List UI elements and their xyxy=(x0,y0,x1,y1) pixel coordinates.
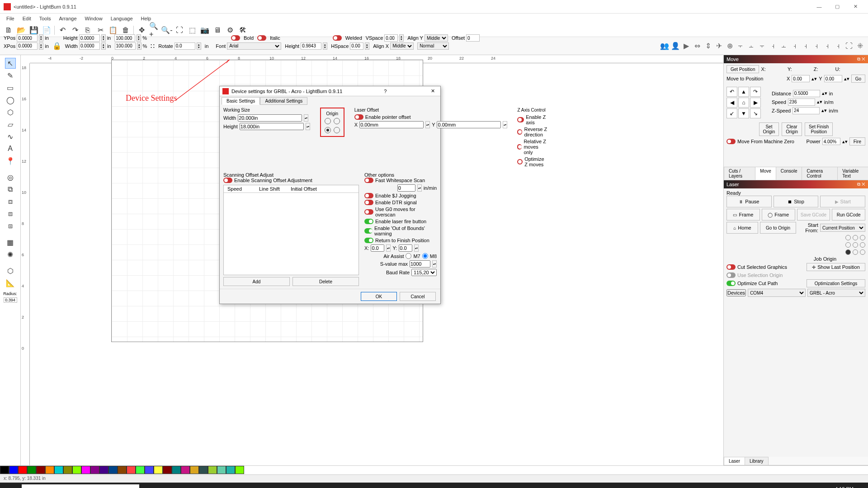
text-h-input[interactable] xyxy=(301,42,321,50)
rtf-toggle[interactable] xyxy=(364,238,373,243)
x0-input[interactable] xyxy=(371,244,384,252)
palette-swatch[interactable] xyxy=(18,466,27,474)
power-input[interactable] xyxy=(822,138,840,145)
ellipse-tool-icon[interactable]: ◯ xyxy=(5,94,16,105)
edge-icon[interactable]: e xyxy=(193,484,212,488)
palette-swatch[interactable] xyxy=(163,466,172,474)
chrome-icon[interactable]: 🌐 xyxy=(230,484,248,488)
menu-file[interactable]: File xyxy=(3,15,18,22)
tab-laser[interactable]: Laser xyxy=(724,457,745,465)
jog-sw-icon[interactable]: ↙ xyxy=(726,108,737,118)
zrev-toggle[interactable] xyxy=(517,129,522,135)
add-button[interactable]: Add xyxy=(223,277,290,286)
mfmz-toggle[interactable] xyxy=(726,139,736,144)
ungroup-icon[interactable]: 👤 xyxy=(671,42,680,51)
origin-bl-radio[interactable] xyxy=(325,127,331,133)
spin[interactable]: ▴▾ xyxy=(399,34,404,42)
paste-icon[interactable]: 📋 xyxy=(108,25,118,35)
baud-select[interactable]: 115,200 xyxy=(411,269,437,276)
bool-tool-icon[interactable]: ⧈ xyxy=(5,196,16,207)
delete-button[interactable]: Delete xyxy=(292,277,359,286)
app2-icon[interactable]: 💬 xyxy=(266,484,284,488)
outlook-icon[interactable]: ✉ xyxy=(175,484,193,488)
app-icon[interactable]: 🖼 xyxy=(248,484,266,488)
fw-input[interactable] xyxy=(397,184,415,192)
distv-icon[interactable]: ⫞ xyxy=(812,42,821,51)
tab-cuts[interactable]: Cuts / Layers xyxy=(724,167,755,180)
width-input[interactable] xyxy=(79,42,100,50)
disth-icon[interactable]: ⫞ xyxy=(801,42,810,51)
palette-swatch[interactable] xyxy=(145,466,154,474)
vspace-input[interactable] xyxy=(384,34,398,42)
jog-down-icon[interactable]: ▼ xyxy=(738,108,749,118)
og[interactable] xyxy=(853,249,858,255)
palette-swatch[interactable] xyxy=(36,466,45,474)
cut-icon[interactable]: ✂ xyxy=(95,25,105,35)
panel-float-icon[interactable]: ⧉ ✕ xyxy=(857,182,865,187)
group-icon[interactable]: 👥 xyxy=(660,42,669,51)
laser-icon[interactable]: ⁜ xyxy=(855,42,864,51)
og[interactable] xyxy=(845,242,851,248)
fire-button[interactable]: Fire xyxy=(849,137,865,145)
rect-tool-icon[interactable]: ▭ xyxy=(5,82,16,93)
frame-button[interactable]: ▭ Frame xyxy=(726,209,760,221)
og[interactable] xyxy=(853,235,858,240)
pan-icon[interactable]: ✥ xyxy=(137,25,146,35)
font-select[interactable]: Arial xyxy=(227,42,281,50)
polygon-tool-icon[interactable]: ⬡ xyxy=(5,107,16,117)
rungcode-button[interactable]: Run GCode xyxy=(832,209,865,221)
alignt-icon[interactable]: ⫞ xyxy=(769,42,778,51)
jog-home-icon[interactable]: ⌂ xyxy=(738,98,749,108)
menu-arrange[interactable]: Arrange xyxy=(55,15,80,22)
panel-float-icon[interactable]: ⧉ ✕ xyxy=(857,56,865,62)
alignl-icon[interactable]: ⫟ xyxy=(736,42,745,51)
showlast-button[interactable]: ✛ Show Last Position xyxy=(807,263,865,271)
device-settings-icon[interactable]: 🛠 xyxy=(238,25,248,35)
palette-swatch[interactable] xyxy=(181,466,190,474)
undo-icon[interactable]: ↶ xyxy=(57,25,67,35)
italic-toggle[interactable] xyxy=(257,35,266,41)
oob-toggle[interactable] xyxy=(364,228,373,234)
device-select[interactable]: GRBL - Acro xyxy=(807,289,865,297)
set-origin-button[interactable]: Set Origin xyxy=(759,122,779,136)
spin[interactable]: ▴▾ xyxy=(304,114,308,122)
zoomfit-icon[interactable]: ⛶ xyxy=(175,25,184,35)
dialog-header[interactable]: Device settings for GRBL - Acro - LightB… xyxy=(220,86,440,96)
xpos-input[interactable] xyxy=(17,42,38,50)
spin[interactable]: ▴▾ xyxy=(137,42,142,50)
w-input[interactable] xyxy=(238,114,302,122)
get-position-button[interactable]: Get Position xyxy=(726,65,759,73)
dialog-help-icon[interactable]: ? xyxy=(381,89,389,94)
palette-swatch[interactable] xyxy=(217,466,226,474)
search-input[interactable]: 🔍 Type here to search xyxy=(22,484,139,488)
edit-node-icon[interactable]: ⬡ xyxy=(5,265,16,276)
startfrom-select[interactable]: Current Position xyxy=(820,224,865,232)
palette-swatch[interactable] xyxy=(235,466,244,474)
lx-input[interactable] xyxy=(359,121,424,128)
offset-tool-icon[interactable]: ◎ xyxy=(5,172,16,183)
dtr-toggle[interactable] xyxy=(364,200,373,205)
spin[interactable]: ▴▾ xyxy=(817,99,822,105)
spin[interactable]: ▴▾ xyxy=(306,123,310,130)
spin[interactable]: ▴▾ xyxy=(842,139,848,145)
move-y-input[interactable] xyxy=(824,75,842,82)
h-input[interactable] xyxy=(240,123,304,130)
palette-swatch[interactable] xyxy=(118,466,127,474)
palette-swatch[interactable] xyxy=(72,466,81,474)
line-tool-icon[interactable]: ▱ xyxy=(5,119,16,130)
stop-button[interactable]: ⏹ Stop xyxy=(774,196,819,207)
jog-right-icon[interactable]: ▶ xyxy=(750,98,761,108)
copy-icon[interactable]: ⎘ xyxy=(83,25,93,35)
port-select[interactable]: COM4 xyxy=(748,289,806,297)
spin[interactable]: ▴▾ xyxy=(39,34,43,42)
same-w-icon[interactable]: ⫞ xyxy=(823,42,832,51)
alignx-select[interactable]: Middle xyxy=(390,42,414,50)
radius-input[interactable] xyxy=(4,297,17,303)
spin[interactable]: ▴▾ xyxy=(417,184,422,192)
zoomin-icon[interactable]: 🔍+ xyxy=(149,25,159,35)
time[interactable]: 4:12 PM xyxy=(831,486,854,488)
jog-ne-icon[interactable]: ↷ xyxy=(750,87,761,97)
tab-library[interactable]: Library xyxy=(745,457,769,465)
spin[interactable]: ▴▾ xyxy=(101,34,106,42)
fire-toggle[interactable] xyxy=(364,219,373,224)
